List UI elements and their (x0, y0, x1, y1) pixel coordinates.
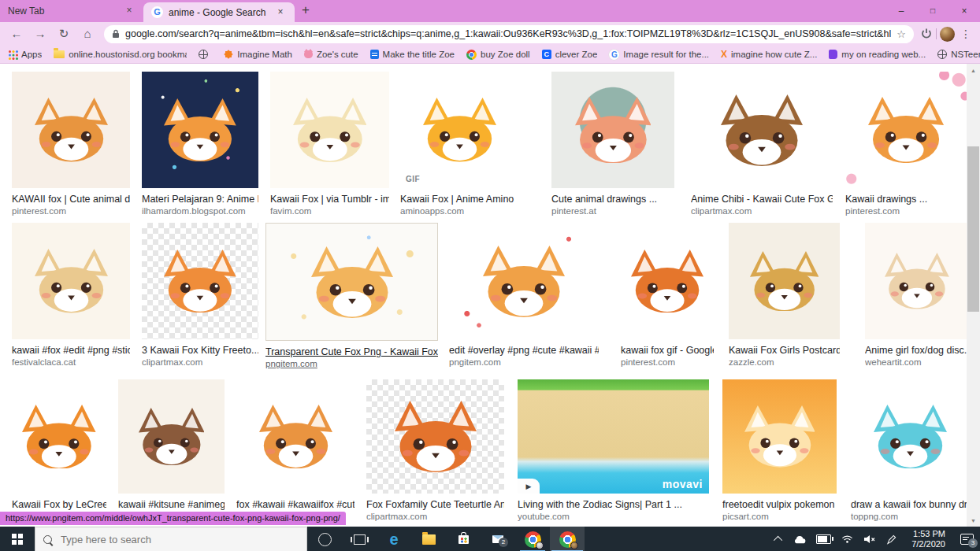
back-icon[interactable]: ← (6, 24, 27, 44)
scrollbar[interactable]: ▲ ▼ (967, 64, 980, 527)
onedrive-cloud-icon[interactable] (793, 534, 806, 544)
bookmark-clever[interactable]: Cclever Zoe (542, 50, 598, 59)
edge-button[interactable]: e (377, 527, 411, 551)
result-title[interactable]: Materi Pelajaran 9: Anime Ka... (142, 194, 258, 205)
result-title[interactable]: draw a kawaii fox bunny dra... (851, 499, 969, 511)
result-title[interactable]: KAWAII fox | Cute animal draw... (12, 194, 130, 205)
search-result: 3 Kawaii Fox Kitty Freeto...clipartmax.c… (142, 223, 258, 368)
tray-expand-icon[interactable] (774, 536, 782, 545)
result-thumbnail[interactable] (845, 72, 967, 188)
result-title[interactable]: Anime girl fox/dog disc... (865, 345, 969, 357)
bookmark-make-title[interactable]: Make the title Zoe (370, 50, 455, 59)
bookmark-globe[interactable] (199, 50, 212, 59)
chrome-icon (525, 531, 541, 548)
result-title[interactable]: Fox Foxfamily Cute Teeturtle Anime ... (366, 499, 504, 511)
result-thumbnail[interactable] (142, 72, 258, 188)
bookmark-imagine-math[interactable]: Imagine Math (224, 50, 292, 59)
minimize-button[interactable]: – (885, 0, 917, 22)
url-text[interactable]: google.com/search?q=anime&tbm=isch&hl=en… (125, 28, 891, 39)
result-thumbnail[interactable] (12, 223, 130, 339)
result-thumbnail[interactable] (621, 223, 714, 339)
task-view-button[interactable] (342, 527, 377, 551)
search-input[interactable] (59, 533, 299, 546)
bookmark-star-icon[interactable]: ☆ (896, 28, 906, 40)
result-thumbnail[interactable] (265, 223, 438, 341)
scroll-down-icon[interactable]: ▼ (967, 514, 980, 527)
bookmark-image-result[interactable]: GImage result for the... (609, 50, 709, 60)
chrome-window-2-button[interactable] (550, 527, 585, 551)
result-title[interactable]: 3 Kawaii Fox Kitty Freeto... (142, 345, 258, 357)
result-thumbnail[interactable] (729, 223, 840, 339)
result-thumbnail[interactable] (236, 379, 355, 494)
start-button[interactable] (0, 527, 35, 551)
taskbar-clock[interactable]: 1:53 PM 7/2/2020 (907, 529, 950, 549)
taskbar-search[interactable] (35, 527, 307, 551)
result-title[interactable]: Kawaii Fox | via Tumblr - imag... (270, 194, 389, 205)
result-thumbnail[interactable] (722, 379, 837, 494)
wifi-icon[interactable] (841, 534, 853, 544)
result-title[interactable]: freetoedit vulpix pokemon an... (722, 499, 837, 511)
result-title[interactable]: Cute animal drawings ... (551, 194, 674, 205)
result-title[interactable]: kawaii #kitsune #animegi... (118, 499, 225, 511)
bookmark-zoes-cute[interactable]: Zoe's cute (304, 50, 358, 59)
result-thumbnail[interactable] (865, 223, 969, 339)
profile-avatar[interactable] (940, 27, 955, 42)
result-thumbnail[interactable] (118, 379, 225, 494)
result-title[interactable]: Kawaii Fox Girls Postcards - No... (729, 345, 840, 357)
volume-muted-icon[interactable] (863, 534, 876, 544)
chrome-menu-icon[interactable]: ⋮ (958, 28, 974, 40)
result-thumbnail[interactable] (691, 72, 833, 188)
bookmark-apps[interactable]: Apps (8, 50, 42, 59)
bookmark-buy-doll[interactable]: buy Zoe doll (466, 50, 530, 60)
bookmark-nsteens[interactable]: NSTeens.org - Maki... (937, 50, 980, 59)
cortana-button[interactable] (307, 527, 342, 551)
tab-google-search[interactable]: G anime - Google Search × (143, 2, 295, 22)
store-button[interactable] (446, 527, 481, 551)
result-title[interactable]: Kawaii Fox | Anime Amino (400, 194, 518, 205)
result-title[interactable]: edit #overlay #png #cute #kawaii #fox ..… (449, 345, 599, 357)
new-tab-button[interactable]: + (295, 0, 317, 22)
tab-new-tab[interactable]: New Tab × (0, 0, 143, 22)
result-title[interactable]: Anime Chibi - Kawaii Cute Fox Girl ... (691, 194, 833, 205)
result-thumbnail[interactable] (851, 379, 969, 494)
result-thumbnail[interactable] (366, 379, 504, 494)
result-thumbnail[interactable] (12, 72, 130, 188)
action-center-icon[interactable]: 3 (960, 534, 974, 545)
result-title[interactable]: kawaii fox gif - Google ... (621, 345, 714, 357)
result-title[interactable]: Transparent Cute Fox Png - Kawaii Fox ..… (265, 346, 438, 358)
reload-icon[interactable]: ↻ (54, 24, 74, 44)
bookmark-reading-web[interactable]: my on reading web... (829, 50, 926, 59)
mail-button[interactable]: 2 (481, 527, 515, 551)
maximize-button[interactable]: □ (917, 0, 948, 22)
result-thumbnail[interactable] (12, 379, 106, 494)
file-explorer-icon (422, 534, 436, 545)
result-title[interactable]: fox #kawaii #kawaiifox #cute ... (236, 499, 355, 511)
address-bar[interactable]: google.com/search?q=anime&tbm=isch&hl=en… (104, 25, 914, 43)
bookmark-folder[interactable]: online.houstonisd.org bookmarks (54, 50, 187, 59)
video-thumbnail[interactable]: ▶ movavi (518, 379, 709, 494)
windows-ink-pen-icon[interactable] (886, 534, 896, 545)
forward-icon[interactable]: → (30, 24, 50, 44)
tab-close-icon[interactable]: × (123, 5, 135, 17)
result-thumbnail[interactable] (142, 223, 258, 339)
file-explorer-button[interactable] (411, 527, 446, 551)
chrome-window-1-button[interactable] (515, 527, 550, 551)
result-thumbnail[interactable] (449, 223, 599, 339)
close-button[interactable]: × (948, 0, 980, 22)
result-thumbnail[interactable] (551, 72, 674, 188)
extension-power-icon[interactable] (920, 28, 933, 40)
result-title[interactable]: Living with the Zodiac Signs| Part 1 ... (518, 499, 709, 511)
play-icon[interactable]: ▶ (518, 479, 540, 494)
result-thumbnail[interactable]: GIF (400, 72, 518, 188)
result-title[interactable]: Kawaii drawings ... (845, 194, 967, 205)
home-icon[interactable]: ⌂ (77, 24, 98, 44)
battery-icon[interactable] (816, 534, 831, 544)
result-title[interactable]: kawaii #fox #edit #png #sticker -... (12, 345, 130, 357)
bookmark-imagine-cute[interactable]: Ximagine how cute Z... (721, 49, 817, 60)
result-title[interactable]: Kawaii Fox by LeCreep... (12, 499, 106, 511)
tab-close-icon[interactable]: × (274, 6, 287, 19)
scrollbar-thumb[interactable] (967, 146, 979, 312)
scroll-up-icon[interactable]: ▲ (967, 64, 980, 76)
result-thumbnail[interactable] (270, 72, 389, 188)
result-site: clipartmax.com (142, 357, 258, 368)
